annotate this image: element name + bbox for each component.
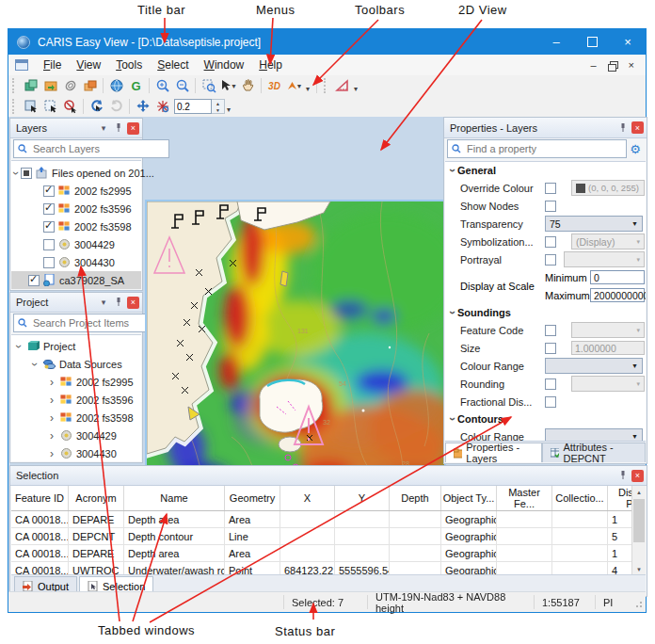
column-header[interactable]: Collectio...	[552, 486, 608, 511]
section-soundings[interactable]: ›Soundings	[445, 304, 646, 321]
mdi-minimize-button[interactable]: –	[590, 59, 596, 71]
menu-select[interactable]: Select	[150, 56, 196, 73]
toolbar-overflow-icon[interactable]: ▾	[354, 85, 358, 93]
table-cell[interactable]: Geographic	[441, 511, 497, 528]
copy-layers-button[interactable]	[80, 77, 100, 94]
table-cell[interactable]: 1	[608, 545, 633, 562]
table-row[interactable]: CA 00018...DEPAREDepth areaAreaGeographi…	[11, 511, 632, 528]
layer-checkbox[interactable]	[28, 275, 40, 286]
panel-close-icon[interactable]: ×	[631, 121, 644, 134]
table-cell[interactable]	[390, 511, 441, 528]
tree-item-layer[interactable]: 3004430	[11, 253, 141, 271]
column-header[interactable]: Acronym	[69, 486, 124, 511]
3d-view-button[interactable]: 3D	[264, 77, 284, 94]
tree-item-source[interactable]: › 2002 fs2995	[11, 373, 141, 391]
table-row[interactable]: CA 00018...UWTROCUnderwater/awash rockPo…	[11, 562, 632, 576]
spinner-down-button[interactable]: ▼	[212, 106, 224, 113]
table-cell[interactable]	[497, 528, 552, 545]
table-cell[interactable]: DEPARE	[69, 545, 124, 562]
status-crs[interactable]: UTM-19N-Nad83 + NAVD88 height	[367, 595, 534, 609]
contours-colour-range-dropdown[interactable]: ▼	[545, 428, 643, 441]
expander-icon[interactable]: ›	[47, 395, 56, 405]
table-cell[interactable]: CA 00018...	[11, 528, 69, 545]
scroll-up-icon[interactable]: ▲	[632, 486, 646, 498]
status-scale[interactable]: 1:55187	[534, 595, 595, 609]
table-cell[interactable]: DEPCNT	[69, 528, 124, 545]
portrayal-checkbox[interactable]	[545, 254, 556, 266]
zoom-out-button[interactable]	[172, 77, 192, 94]
vertical-scrollbar[interactable]: ▲ ▼	[631, 486, 646, 575]
expander-icon[interactable]: ›	[47, 413, 56, 423]
tree-item-data-sources[interactable]: › Data Sources	[11, 355, 141, 373]
show-nodes-checkbox[interactable]	[545, 201, 556, 212]
mdi-child-icon[interactable]	[15, 59, 28, 71]
section-general[interactable]: ›General	[445, 162, 646, 179]
select-tool-button[interactable]: ▼	[218, 77, 238, 94]
table-cell[interactable]: Geographic	[441, 528, 497, 545]
north-arrow-button[interactable]: ▼	[284, 77, 304, 94]
table-cell[interactable]	[335, 528, 390, 545]
tree-item-layer[interactable]: 3004429	[11, 235, 141, 253]
portrayal-dropdown[interactable]: ▾	[564, 251, 645, 267]
table-cell[interactable]: Point	[225, 562, 280, 576]
gear-icon[interactable]: ⚙	[627, 142, 644, 156]
toolbar-grip[interactable]	[12, 99, 18, 114]
table-cell[interactable]: 5555596.54	[335, 562, 390, 576]
open-folder-button[interactable]	[40, 77, 60, 94]
tree-item-layer-selected[interactable]: ca379028_SA	[11, 271, 141, 289]
attach-button[interactable]	[60, 77, 80, 94]
table-cell[interactable]: 5	[608, 528, 633, 545]
tree-item-source[interactable]: › 3004429	[11, 427, 141, 444]
table-cell[interactable]	[390, 528, 441, 545]
feature-code-dropdown[interactable]: ▾	[571, 322, 645, 338]
expander-icon[interactable]: ›	[11, 171, 21, 175]
menu-tools[interactable]: Tools	[108, 56, 150, 73]
column-header[interactable]: X	[280, 486, 335, 511]
expander-icon[interactable]: ›	[14, 342, 24, 351]
tree-item-files-root[interactable]: › Files opened on 201...	[11, 164, 141, 182]
table-cell[interactable]: Geographic	[441, 562, 497, 576]
resize-grip[interactable]	[633, 601, 643, 610]
table-cell[interactable]: Underwater/awash rock	[124, 562, 225, 576]
tree-item-project-root[interactable]: › Project	[11, 337, 141, 355]
next-selection-button[interactable]	[106, 98, 126, 115]
table-cell[interactable]: UWTROC	[69, 562, 124, 576]
table-cell[interactable]	[497, 545, 552, 562]
table-cell[interactable]	[552, 562, 608, 576]
column-header[interactable]: Object Ty...	[441, 486, 497, 511]
size-input[interactable]: 1.000000	[571, 341, 645, 355]
tree-item-layer[interactable]: 2002 fs3598	[11, 217, 141, 235]
table-cell[interactable]	[497, 562, 552, 576]
table-cell[interactable]: 1	[608, 511, 633, 528]
pan-to-selection-button[interactable]	[133, 98, 152, 115]
table-cell[interactable]: 684123.22	[280, 562, 335, 576]
close-button[interactable]: ×	[610, 29, 646, 55]
table-cell[interactable]	[552, 528, 608, 545]
table-cell[interactable]	[335, 545, 390, 562]
tab-properties-layers[interactable]: Properties - Layers	[445, 443, 542, 462]
table-cell[interactable]: DEPARE	[69, 511, 124, 528]
previous-selection-button[interactable]	[87, 98, 106, 115]
panel-close-icon[interactable]: ×	[127, 122, 139, 135]
pin-icon[interactable]	[112, 121, 125, 135]
zoom-factor-input[interactable]	[174, 99, 212, 114]
pin-icon[interactable]	[112, 296, 125, 309]
expander-icon[interactable]: ›	[47, 431, 56, 441]
zoom-window-button[interactable]	[199, 77, 218, 94]
column-header[interactable]: Feature ID	[11, 486, 69, 511]
panel-close-icon[interactable]: ×	[631, 470, 644, 482]
panel-menu-icon[interactable]: ▾	[97, 296, 110, 309]
table-cell[interactable]: Depth area	[124, 511, 225, 528]
column-header[interactable]: Y	[335, 486, 390, 511]
tab-attributes-depcnt[interactable]: Attributes - DEPCNT	[542, 443, 646, 462]
globe-button[interactable]	[106, 77, 126, 94]
override-colour-checkbox[interactable]	[545, 183, 556, 194]
menu-view[interactable]: View	[69, 56, 108, 73]
table-cell[interactable]	[390, 545, 441, 562]
rounding-dropdown[interactable]: ▾	[571, 376, 645, 392]
panel-menu-icon[interactable]: ▾	[97, 121, 110, 135]
mdi-restore-button[interactable]	[608, 61, 617, 70]
table-row[interactable]: CA 00018...DEPAREDepth areaAreaGeographi…	[11, 545, 632, 562]
table-cell[interactable]: CA 00018...	[11, 562, 69, 576]
scrollbar-thumb[interactable]	[633, 499, 645, 542]
